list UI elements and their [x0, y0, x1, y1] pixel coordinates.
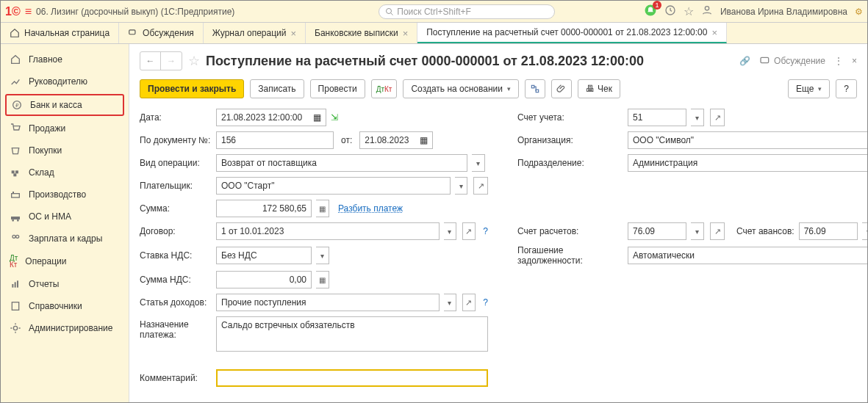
close-icon[interactable]: × — [403, 28, 409, 39]
discuss-button[interactable]: Обсуждение — [759, 55, 825, 67]
sidebar-item-sales[interactable]: Продажи — [1, 117, 129, 139]
close-panel-icon[interactable]: × — [852, 56, 857, 66]
sidebar-item-hr[interactable]: Зарплата и кадры — [1, 228, 129, 250]
open-icon[interactable]: ↗ — [710, 222, 725, 240]
advacct-input[interactable]: 76.09 — [799, 222, 858, 240]
structure-button[interactable] — [525, 79, 545, 98]
sidebar-item-stock[interactable]: Склад — [1, 161, 129, 184]
nav-back[interactable]: ← — [140, 52, 161, 70]
open-icon[interactable]: ↗ — [462, 294, 476, 311]
user-name[interactable]: Иванова Ирина Владимировна — [720, 7, 847, 17]
sidebar-item-operations[interactable]: ДтКтОперации — [1, 250, 129, 273]
fromdate-input[interactable]: 21.08.2023▦ — [359, 131, 433, 149]
page-title: Поступление на расчетный счет 0000-00000… — [206, 54, 644, 69]
open-icon[interactable]: ↗ — [462, 222, 476, 240]
contract-input[interactable]: 1 от 10.01.2023 — [216, 222, 440, 240]
search-placeholder: Поиск Ctrl+Shift+F — [397, 7, 471, 17]
favorite-toggle[interactable]: ☆ — [188, 53, 200, 69]
help-icon[interactable]: ? — [483, 297, 488, 308]
calc-icon[interactable]: ▦ — [316, 200, 329, 217]
vat-input[interactable]: Без НДС — [216, 247, 312, 264]
sidebar-item-os[interactable]: ОС и НМА — [1, 206, 129, 228]
logo-1c: 1© — [5, 5, 21, 18]
form: Дата: 21.08.2023 12:00:00▦ ⇲ Счет учета:… — [140, 109, 857, 387]
tab-discussions[interactable]: Обсуждения — [119, 23, 204, 43]
attach-button[interactable] — [551, 79, 572, 98]
org-input[interactable]: ООО "Символ" — [628, 131, 867, 149]
debt-input[interactable]: Автоматически — [628, 247, 867, 264]
post-button[interactable]: Провести — [310, 79, 365, 98]
date-input[interactable]: 21.08.2023 12:00:00▦ — [216, 109, 326, 126]
svg-point-0 — [387, 8, 392, 13]
main-panel: ← → ☆ Поступление на расчетный счет 0000… — [129, 44, 867, 402]
dropdown-icon[interactable]: ▾ — [862, 222, 867, 240]
open-icon[interactable]: ↗ — [473, 177, 488, 195]
calendar-icon[interactable]: ▦ — [313, 112, 321, 123]
label-income: Статья доходов: — [140, 297, 216, 308]
optype-input[interactable]: Возврат от поставщика — [216, 154, 467, 172]
close-icon[interactable]: × — [290, 28, 296, 39]
payer-input[interactable]: ООО "Старт" — [216, 177, 451, 195]
tab-home[interactable]: Начальная страница — [1, 23, 119, 43]
post-and-close-button[interactable]: Провести и закрыть — [140, 79, 244, 98]
sidebar-item-production[interactable]: Производство — [1, 184, 129, 206]
dept-input[interactable]: Администрация — [628, 154, 867, 172]
sidebar-item-manager[interactable]: Руководителю — [1, 70, 129, 92]
open-icon[interactable]: ↗ — [710, 109, 725, 126]
create-based-button[interactable]: Создать на основании▾ — [403, 79, 519, 98]
account-input[interactable]: 51 — [628, 109, 686, 126]
calcacct-input[interactable]: 76.09 — [628, 222, 686, 240]
sidebar-item-purchases[interactable]: Покупки — [1, 139, 129, 161]
comment-input[interactable] — [216, 369, 488, 387]
dropdown-icon[interactable]: ▾ — [444, 222, 456, 240]
dropdown-icon[interactable]: ▾ — [444, 294, 456, 311]
help-icon[interactable]: ? — [483, 226, 488, 236]
dk-button[interactable]: ДтКт — [371, 79, 398, 98]
purpose-textarea[interactable]: Сальдо встречных обязательств — [216, 316, 488, 352]
kebab-icon[interactable]: ⋮ — [834, 56, 843, 66]
svg-rect-21 — [12, 302, 18, 311]
user-icon[interactable] — [701, 4, 713, 18]
svg-text:₽: ₽ — [15, 103, 19, 108]
svg-point-17 — [16, 235, 19, 238]
sidebar-item-admin[interactable]: Администрирование — [1, 317, 129, 339]
nav-forward[interactable]: → — [161, 52, 182, 70]
sidebar-item-main[interactable]: Главное — [1, 48, 129, 70]
more-button[interactable]: Еще▾ — [788, 79, 830, 98]
calc-icon[interactable]: ▦ — [316, 271, 329, 288]
notifications-icon[interactable]: 1 — [644, 4, 657, 19]
vatsum-input[interactable]: 0,00 — [216, 271, 312, 288]
close-icon[interactable]: × — [711, 27, 717, 38]
tab-bank-statements[interactable]: Банковские выписки× — [306, 23, 417, 43]
history-icon[interactable] — [664, 4, 676, 18]
svg-rect-9 — [15, 170, 18, 173]
sidebar-item-bank[interactable]: ₽Банк и касса — [5, 94, 124, 116]
save-button[interactable]: Записать — [250, 79, 304, 98]
favorite-icon[interactable]: ☆ — [684, 4, 694, 18]
tab-receipt[interactable]: Поступление на расчетный счет 0000-00000… — [417, 23, 727, 43]
income-input[interactable]: Прочие поступления — [216, 294, 440, 311]
label-comment: Комментарий: — [140, 373, 216, 383]
settings-icon[interactable]: ⚙ — [855, 7, 863, 17]
search-input[interactable]: Поиск Ctrl+Shift+F — [379, 4, 555, 19]
tab-journal[interactable]: Журнал операций× — [204, 23, 306, 43]
svg-rect-18 — [12, 284, 13, 288]
help-button[interactable]: ? — [836, 79, 857, 98]
menu-icon[interactable]: ≡ — [25, 5, 32, 18]
cheque-button[interactable]: 🖶Чек — [578, 79, 620, 98]
dropdown-icon[interactable]: ▾ — [455, 177, 468, 195]
svg-point-15 — [17, 219, 19, 222]
sidebar-item-references[interactable]: Справочники — [1, 295, 129, 317]
sidebar-item-reports[interactable]: Отчеты — [1, 273, 129, 295]
sum-input[interactable]: 172 580,65 — [216, 200, 312, 217]
dropdown-icon[interactable]: ▾ — [691, 109, 704, 126]
split-payment-link[interactable]: Разбить платеж — [338, 203, 403, 214]
link-icon[interactable]: 🔗 — [739, 56, 750, 66]
dropdown-icon[interactable]: ▾ — [316, 247, 329, 264]
dropdown-icon[interactable]: ▾ — [691, 222, 704, 240]
label-vatsum: Сумма НДС: — [140, 275, 216, 285]
dropdown-icon[interactable]: ▾ — [472, 154, 485, 172]
calendar-icon[interactable]: ▦ — [420, 135, 428, 145]
docnum-input[interactable]: 156 — [216, 131, 334, 149]
label-contract: Договор: — [140, 226, 216, 236]
